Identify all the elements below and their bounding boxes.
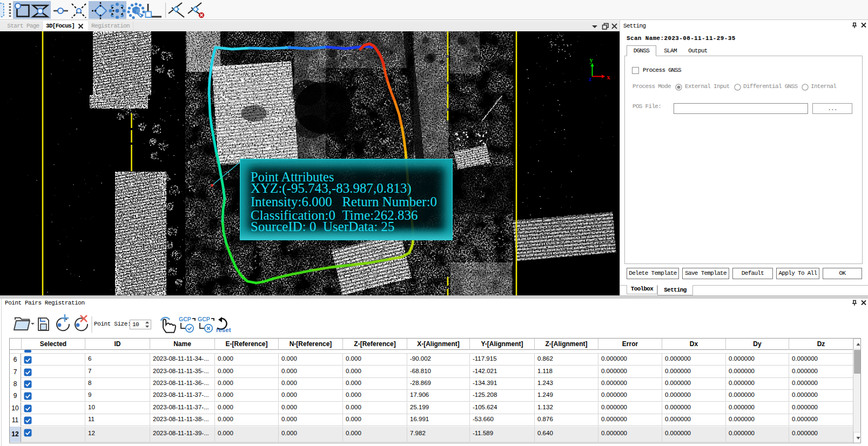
svg-text:reset: reset [216, 327, 231, 333]
svg-text:Intensity:6.000 Return Numbe: Intensity:6.000 Return Number:0 [251, 194, 437, 209]
svg-text:SourceID: 0 UserData: 25: SourceID: 0 UserData: 25 [251, 219, 395, 234]
svg-text:x: x [607, 73, 610, 81]
svg-text:y: y [590, 56, 594, 64]
svg-text:GCP: GCP [198, 316, 210, 322]
svg-text:GCP: GCP [179, 316, 191, 322]
svg-text:z: z [589, 75, 592, 83]
svg-text:XYZ:(-95.743,-83.987,0.813): XYZ:(-95.743,-83.987,0.813) [251, 181, 412, 196]
